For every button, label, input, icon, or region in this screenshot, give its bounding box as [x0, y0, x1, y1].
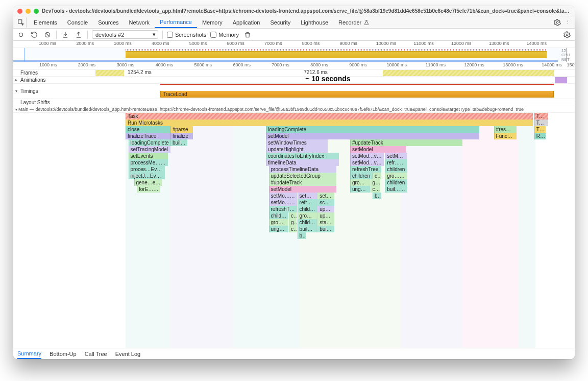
flame-set-mo-vents[interactable]: setMo…vents	[269, 193, 297, 199]
bottom-tab-call-tree[interactable]: Call Tree	[85, 348, 107, 359]
inspect-element-icon[interactable]	[15, 17, 27, 28]
flamechart[interactable]: Task Task Run Microtasks Task close #par…	[13, 113, 575, 348]
session-select[interactable]: devtools #2 ▾	[92, 30, 158, 39]
flame-cn-2[interactable]: c…n	[371, 186, 381, 193]
flame-coords[interactable]: coordinatesToEntryIndex	[266, 153, 339, 159]
flame-children-4[interactable]: children	[298, 206, 317, 212]
track-layout-shifts[interactable]: Layout Shifts	[13, 99, 575, 106]
capture-settings-icon[interactable]	[562, 30, 572, 39]
flame-ung-es-2[interactable]: ung…es	[269, 226, 289, 232]
flame-parse[interactable]: #parse	[170, 126, 193, 133]
tab-application[interactable]: Application	[228, 16, 265, 28]
flame-proces-events[interactable]: proces…Events	[129, 166, 165, 173]
tab-network[interactable]: Network	[124, 16, 155, 28]
flame-set-model-pink[interactable]: setModel	[350, 146, 406, 153]
timing-traceload[interactable]: TraceLoad	[160, 91, 554, 98]
flame-children-6[interactable]: children	[298, 219, 317, 226]
flame-upd-ts[interactable]: upd…ts	[317, 212, 334, 219]
flame-process-timeline[interactable]: processTimelineData	[269, 166, 336, 173]
tab-performance[interactable]: Performance	[155, 16, 197, 28]
flame-children-3[interactable]: children	[385, 179, 407, 186]
flame-setm-nts-2[interactable]: setM…nts	[298, 193, 317, 199]
more-icon[interactable]: ⋮	[562, 19, 573, 26]
flame-func-call[interactable]: Func…Call	[494, 133, 517, 139]
flame-setm-nts[interactable]: setM…nts	[385, 153, 407, 159]
flame-set-tracing-model[interactable]: setTracingModel	[129, 146, 171, 153]
track-timings[interactable]: ▾Timings ~ 10 seconds TraceLoad	[13, 84, 575, 99]
close-window-icon[interactable]	[17, 9, 22, 14]
flame-gs[interactable]: g…s	[371, 179, 381, 186]
flame-refresh-tree[interactable]: refreshTree	[350, 166, 381, 173]
flame-refresh-tree-2[interactable]: refreshTree	[269, 206, 297, 212]
reload-record-button[interactable]	[30, 30, 39, 39]
flame-timeline-data[interactable]: timelineData	[266, 159, 339, 166]
flame-update-track-2[interactable]: #updateTrack	[269, 179, 336, 186]
tab-lighthouse[interactable]: Lighthouse	[296, 16, 333, 28]
flame-sc-ow[interactable]: sc…ow	[317, 199, 334, 206]
clear-button[interactable]	[43, 30, 52, 39]
flame-gro-es[interactable]: gro…es	[350, 179, 370, 186]
flame-set-model-2[interactable]: setModel	[269, 186, 336, 193]
track-frames[interactable]: Frames 1254.2 ms 7212.6 ms	[13, 69, 575, 77]
flame-inject-events[interactable]: injectJ…Events	[129, 173, 165, 179]
bottom-tab-bottom-up[interactable]: Bottom-Up	[50, 348, 77, 359]
memory-checkbox[interactable]: Memory	[210, 32, 239, 38]
settings-icon[interactable]	[552, 19, 562, 26]
flame-ung-es[interactable]: ung…es	[350, 186, 370, 193]
flame-gene-ents[interactable]: gene…ents	[134, 179, 162, 186]
flame-res-odes[interactable]: #res…odes	[494, 126, 517, 133]
flame-c[interactable]: c…	[289, 212, 297, 219]
tab-console[interactable]: Console	[62, 16, 93, 28]
load-profile-button[interactable]	[61, 30, 70, 39]
record-button[interactable]	[16, 30, 26, 39]
flame-refr-tree-2[interactable]: refr…Tree	[298, 199, 317, 206]
flame-gro-es-2[interactable]: gro…es	[269, 219, 289, 226]
flame-update-selected-group[interactable]: updateSelectedGroup	[269, 173, 336, 179]
bottom-tab-summary[interactable]: Summary	[17, 348, 41, 359]
flame-build[interactable]: buil…lls	[170, 139, 187, 146]
flame-c-2[interactable]: c…	[289, 226, 297, 232]
flame-loading-complete-2[interactable]: loadingComplete	[129, 139, 171, 146]
flame-set-mod-events-2[interactable]: setMod…vents	[350, 159, 384, 166]
flame-bui-ed[interactable]: bui…ed	[317, 226, 334, 232]
overview-selection[interactable]	[24, 48, 567, 62]
main-thread-header[interactable]: ▾Main — devtools://devtools/bundled/devt…	[13, 106, 575, 113]
flame-r[interactable]: R…	[534, 133, 546, 139]
tab-elements[interactable]: Elements	[29, 16, 62, 28]
flame-set-events[interactable]: setEvents	[129, 153, 168, 159]
flame-for-event[interactable]: forE…vent	[137, 186, 160, 193]
flame-update-highlight[interactable]: updateHighlight	[266, 146, 328, 153]
flame-set-window-times[interactable]: setWindowTimes	[266, 139, 328, 146]
flame-buil-ren[interactable]: buil…ren	[385, 186, 407, 193]
flame-gs-2[interactable]: g…s	[289, 219, 297, 226]
tab-security[interactable]: Security	[265, 16, 296, 28]
bottom-tab-event-log[interactable]: Event Log	[115, 348, 141, 359]
flame-gro-des[interactable]: gro…des	[385, 173, 407, 179]
screenshots-checkbox[interactable]: Screenshots	[167, 32, 206, 38]
flame-t[interactable]: T…	[534, 126, 546, 133]
save-profile-button[interactable]	[74, 30, 83, 39]
track-animations[interactable]: ▸Animations	[13, 77, 575, 84]
flame-update-track[interactable]: #updateTrack	[350, 139, 462, 146]
flame-task[interactable]: Task	[534, 113, 549, 120]
zoom-window-icon[interactable]	[34, 9, 39, 14]
flame-buil-ren-2[interactable]: buil…ren	[298, 226, 317, 232]
flame-set-mod-events[interactable]: setMod…vents	[350, 153, 384, 159]
flame-task-small[interactable]: Task	[534, 120, 549, 126]
tab-memory[interactable]: Memory	[197, 16, 228, 28]
flame-children-5[interactable]: children	[269, 212, 289, 219]
flame-finalize-trace[interactable]: finalizeTrace	[126, 133, 170, 139]
flame-set-model[interactable]: setModel	[266, 133, 479, 139]
frame-segment[interactable]	[383, 70, 554, 76]
overview-ruler[interactable]: 1000 ms 2000 ms 3000 ms 4000 ms 5000 ms …	[13, 41, 575, 48]
flame-run-microtasks[interactable]: Run Microtasks	[126, 120, 533, 126]
flame-up-ow[interactable]: up…ow	[317, 206, 334, 212]
frame-segment[interactable]	[95, 70, 124, 76]
flame-b[interactable]: b…	[298, 232, 306, 239]
flame-close[interactable]: close	[126, 126, 170, 133]
flame-bn[interactable]: b…n	[373, 193, 381, 199]
flame-set-on[interactable]: set…on	[317, 193, 334, 199]
flame-process-threads[interactable]: processMe…ndThreads	[129, 159, 168, 166]
flame-set-mo-vents-2[interactable]: setMo…vents	[269, 199, 297, 206]
overview-strip[interactable]: 15 CPU NET	[13, 48, 575, 62]
